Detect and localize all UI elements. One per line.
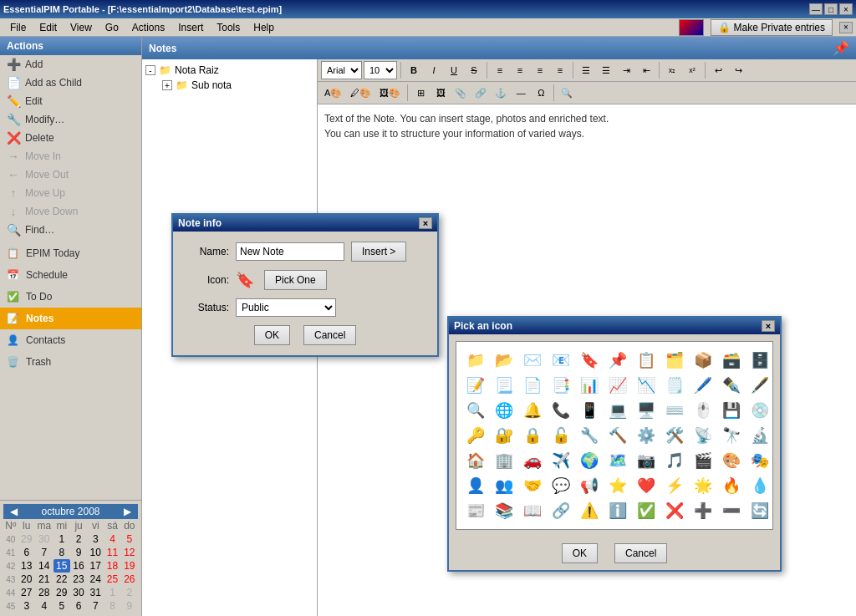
icon-cell[interactable]: 🔧	[577, 424, 602, 447]
subscript-button[interactable]: x₂	[663, 61, 681, 79]
icon-cell[interactable]: 🔄	[747, 499, 772, 522]
horizontal-rule-button[interactable]: —	[512, 84, 530, 102]
align-right-button[interactable]: ≡	[531, 61, 549, 79]
calendar-day[interactable]: 16	[70, 559, 87, 573]
icon-cell[interactable]: 🖊️	[690, 374, 716, 397]
minimize-button[interactable]: —	[809, 3, 823, 15]
icon-cell[interactable]: ⚠️	[577, 499, 602, 522]
icon-cell[interactable]: 📋	[634, 349, 659, 372]
sidebar-item-contacts[interactable]: 👤 Contacts	[0, 329, 141, 351]
calendar-day[interactable]: 31	[87, 586, 104, 599]
tree-item-sub-nota[interactable]: + 📁 Sub nota	[162, 78, 313, 93]
icon-cell[interactable]: 📦	[690, 349, 716, 372]
menu-file[interactable]: File	[3, 20, 33, 35]
calendar-day[interactable]: 22	[54, 573, 70, 586]
icon-cell[interactable]: ➕	[690, 499, 716, 522]
calendar-day[interactable]: 30	[70, 586, 87, 599]
icon-cell[interactable]: 📖	[520, 499, 545, 522]
underline-button[interactable]: U	[445, 61, 463, 79]
calendar-day[interactable]: 25	[104, 573, 120, 586]
icon-cell[interactable]: ⚙️	[634, 424, 659, 447]
undo-button[interactable]: ↩	[709, 61, 727, 79]
font-size-select[interactable]: 10	[364, 61, 397, 79]
icon-cell[interactable]: ⌨️	[662, 399, 687, 422]
icon-cell[interactable]: 💾	[719, 399, 744, 422]
calendar-day[interactable]: 24	[87, 573, 104, 586]
icon-cell[interactable]: 📰	[463, 499, 488, 522]
sidebar-item-to-do[interactable]: ✅ To Do	[0, 286, 141, 308]
icon-picker-close-button[interactable]: ×	[762, 320, 775, 332]
highlight-button[interactable]: 🖊🎨	[347, 84, 374, 102]
icon-picker-ok-button[interactable]: OK	[562, 543, 598, 563]
icon-cell[interactable]: 🗃️	[719, 349, 744, 372]
menu-view[interactable]: View	[64, 20, 99, 35]
icon-cell[interactable]: 🗄️	[747, 349, 772, 372]
action-delete[interactable]: ❌ Delete	[0, 129, 141, 147]
calendar-day[interactable]: 3	[18, 599, 35, 613]
icon-picker-cancel-button[interactable]: Cancel	[614, 543, 667, 563]
icon-cell[interactable]: ✈️	[548, 449, 573, 472]
icon-cell[interactable]: 👤	[463, 474, 488, 497]
sidebar-item-trash[interactable]: 🗑️ Trash	[0, 351, 141, 373]
justify-button[interactable]: ≡	[551, 61, 569, 79]
icon-cell[interactable]: 📧	[548, 349, 573, 372]
tree-sub-expand-icon[interactable]: +	[162, 80, 172, 90]
icon-cell[interactable]: ✉️	[520, 349, 545, 372]
make-private-button[interactable]: 🔒 Make Private entries	[711, 19, 833, 36]
menu-go[interactable]: Go	[99, 20, 125, 35]
icon-cell[interactable]: 🔥	[719, 474, 744, 497]
list-ordered-button[interactable]: ☰	[597, 61, 615, 79]
anchor-button[interactable]: ⚓	[492, 84, 510, 102]
strikethrough-button[interactable]: S	[465, 61, 483, 79]
special-char-button[interactable]: Ω	[532, 84, 550, 102]
calendar-day[interactable]: 20	[18, 573, 35, 586]
calendar-day[interactable]: 2	[121, 586, 138, 599]
font-color-button[interactable]: A🎨	[321, 84, 345, 102]
icon-cell[interactable]: 🔐	[492, 424, 517, 447]
calendar-day[interactable]: 5	[121, 532, 138, 546]
table-button[interactable]: ⊞	[411, 84, 430, 102]
icon-cell[interactable]: ✅	[634, 499, 659, 522]
icon-cell[interactable]: 🎨	[719, 449, 744, 472]
calendar-day[interactable]: 15	[54, 559, 70, 573]
icon-cell[interactable]: 🗂️	[662, 349, 687, 372]
outdent-button[interactable]: ⇤	[637, 61, 655, 79]
calendar-day[interactable]: 8	[54, 546, 70, 559]
action-add-as-child[interactable]: 📄 Add as Child	[0, 74, 141, 92]
link-button[interactable]: 🔗	[471, 84, 490, 102]
icon-cell[interactable]: 🌟	[690, 474, 716, 497]
calendar-day[interactable]: 7	[35, 546, 54, 559]
icon-cell[interactable]: 🔖	[577, 349, 602, 372]
icon-cell[interactable]: 📡	[690, 424, 716, 447]
icon-cell[interactable]: 📞	[548, 399, 573, 422]
italic-button[interactable]: I	[425, 61, 443, 79]
icon-cell[interactable]: 🗺️	[605, 449, 630, 472]
font-name-select[interactable]: Arial	[321, 61, 362, 79]
icon-cell[interactable]: 🔒	[520, 424, 545, 447]
icon-cell[interactable]: 📑	[548, 374, 573, 397]
calendar-day[interactable]: 30	[35, 532, 54, 546]
icon-cell[interactable]: 📝	[463, 374, 488, 397]
note-info-ok-button[interactable]: OK	[254, 325, 290, 345]
close-menu-button[interactable]: ×	[839, 22, 853, 33]
redo-button[interactable]: ↪	[729, 61, 747, 79]
menu-insert[interactable]: Insert	[171, 20, 210, 35]
icon-cell[interactable]: 💻	[605, 399, 630, 422]
calendar-day[interactable]: 21	[35, 573, 54, 586]
icon-cell[interactable]: 🎬	[690, 449, 716, 472]
calendar-day[interactable]: 17	[87, 559, 104, 573]
icon-cell[interactable]: 📁	[463, 349, 488, 372]
icon-cell[interactable]: 📌	[605, 349, 630, 372]
action-modify[interactable]: 🔧 Modify…	[0, 110, 141, 129]
icon-cell[interactable]: 🔭	[719, 424, 744, 447]
calendar-day[interactable]: 14	[35, 559, 54, 573]
icon-cell[interactable]: 📷	[634, 449, 659, 472]
menu-edit[interactable]: Edit	[33, 20, 64, 35]
icon-cell[interactable]: 🚗	[520, 449, 545, 472]
icon-cell[interactable]: 🗒️	[662, 374, 687, 397]
calendar-day[interactable]: 11	[104, 546, 120, 559]
maximize-button[interactable]: □	[824, 3, 838, 15]
icon-cell[interactable]: 📄	[520, 374, 545, 397]
calendar-day[interactable]: 2	[70, 532, 87, 546]
icon-cell[interactable]: ℹ️	[605, 499, 630, 522]
